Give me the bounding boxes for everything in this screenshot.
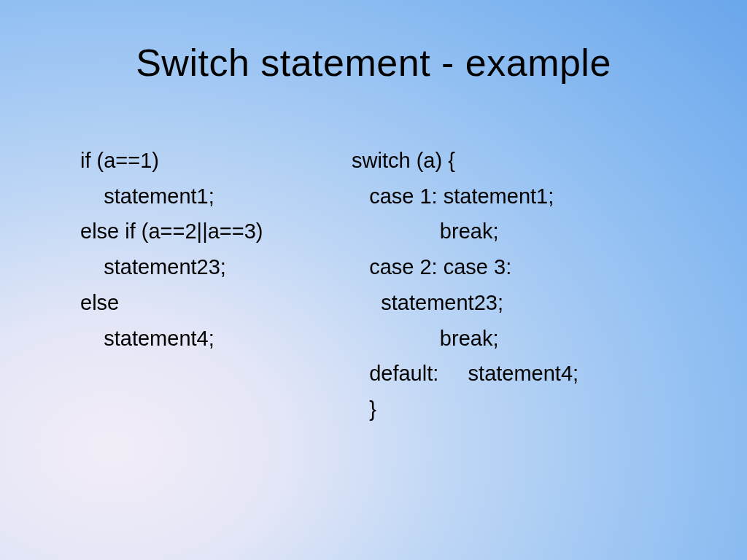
slide: Switch statement - example if (a==1) sta… [0, 0, 747, 560]
switch-code-block: switch (a) { case 1: statement1; break; … [352, 143, 716, 427]
content-columns: if (a==1) statement1; else if (a==2||a==… [0, 143, 747, 427]
if-else-code-block: if (a==1) statement1; else if (a==2||a==… [80, 143, 343, 427]
slide-title: Switch statement - example [0, 41, 747, 85]
